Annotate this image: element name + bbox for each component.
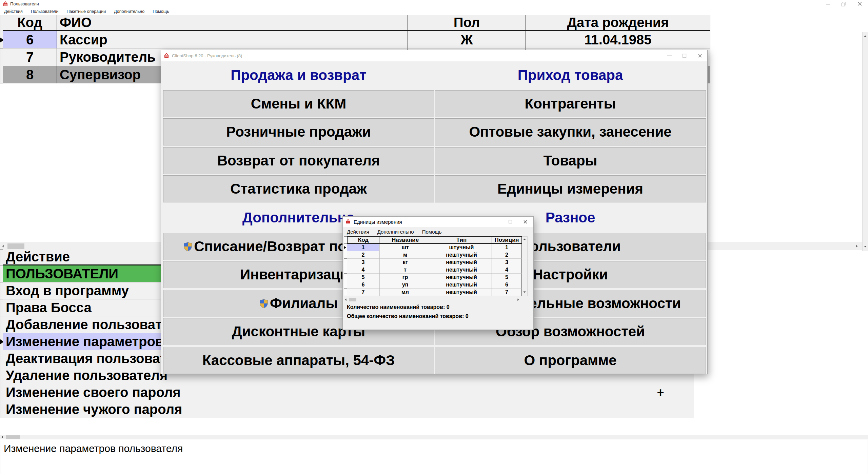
- maximize-icon[interactable]: [508, 220, 512, 224]
- scrollbar-thumb[interactable]: [6, 435, 20, 439]
- units-title: Единицы измерения: [354, 219, 402, 225]
- clientshop-titlebar[interactable]: ClientShop 6.20 - Руководитель (8): [161, 50, 707, 61]
- main-titlebar: Пользователи: [0, 0, 868, 8]
- scroll-right-icon[interactable]: [517, 298, 519, 301]
- users-vscrollbar[interactable]: [862, 32, 868, 251]
- maximize-icon[interactable]: [682, 54, 687, 58]
- units-cell[interactable]: 7: [492, 289, 522, 296]
- units-footer-count: Количество наименований товаров: 0: [347, 304, 450, 310]
- units-cell[interactable]: гр: [379, 274, 431, 281]
- units-cell[interactable]: 4: [492, 266, 522, 274]
- units-cell[interactable]: 3: [492, 259, 522, 266]
- units-cell[interactable]: 5: [347, 274, 379, 281]
- status-hscrollbar[interactable]: [0, 435, 868, 439]
- app-basket-icon: [346, 219, 351, 224]
- users-cell-code[interactable]: 7: [3, 48, 57, 66]
- restore-icon[interactable]: [841, 2, 846, 6]
- users-cell-name[interactable]: Кассир: [57, 31, 408, 48]
- units-cell[interactable]: 2: [347, 251, 379, 259]
- units-cell[interactable]: т: [379, 266, 431, 274]
- clientshop-title: ClientShop 6.20 - Руководитель (8): [172, 53, 242, 58]
- btn-sales-statistics[interactable]: Статистика продаж: [163, 175, 434, 202]
- units-selector-row: [344, 289, 347, 296]
- close-icon[interactable]: [857, 1, 863, 6]
- units-cell[interactable]: кг: [379, 259, 431, 266]
- users-cell-code[interactable]: 6: [3, 31, 57, 48]
- minimize-icon[interactable]: [492, 222, 496, 222]
- scroll-down-icon[interactable]: [864, 246, 866, 247]
- scroll-down-icon[interactable]: [523, 291, 526, 293]
- units-titlebar[interactable]: Единицы измерения: [343, 217, 533, 227]
- units-cell[interactable]: 1: [492, 244, 522, 251]
- btn-customer-returns[interactable]: Возврат от покупателя: [163, 147, 434, 174]
- section-header-income: Приход товара: [435, 61, 706, 89]
- status-panel: Изменение параметров пользователя: [0, 440, 868, 474]
- units-cell[interactable]: м: [379, 251, 431, 259]
- users-col-code: Код: [3, 15, 57, 31]
- menu-batch-operations[interactable]: Пакетные операции: [62, 9, 110, 14]
- main-menubar: Действия Пользователи Пакетные операции …: [0, 8, 868, 15]
- units-cell[interactable]: 6: [347, 281, 379, 289]
- scrollbar-thumb[interactable]: [7, 243, 24, 249]
- minimize-icon[interactable]: [826, 4, 830, 4]
- units-cell[interactable]: нештучный: [431, 259, 492, 266]
- scrollbar-thumb[interactable]: [349, 298, 356, 301]
- scroll-left-icon[interactable]: [1, 436, 3, 438]
- units-cell[interactable]: 6: [492, 281, 522, 289]
- users-cell-code[interactable]: 8: [3, 66, 57, 83]
- scroll-left-icon[interactable]: [345, 298, 346, 301]
- units-cell[interactable]: нештучный: [431, 281, 492, 289]
- menu-additional[interactable]: Дополнительно: [373, 229, 418, 235]
- btn-shifts-kkm[interactable]: Смены и ККМ: [163, 90, 434, 117]
- btn-about[interactable]: О программе: [435, 347, 706, 374]
- scroll-right-icon[interactable]: [856, 245, 857, 247]
- btn-units-of-measure[interactable]: Единицы измерения: [435, 175, 706, 202]
- menu-actions[interactable]: Действия: [0, 9, 27, 14]
- btn-wholesale-purchases[interactable]: Оптовые закупки, занесение: [435, 118, 706, 145]
- scroll-left-icon[interactable]: [2, 245, 3, 247]
- units-hscrollbar[interactable]: [344, 297, 522, 302]
- scroll-up-icon[interactable]: [864, 35, 866, 37]
- users-cell-birthdate[interactable]: 11.04.1985: [526, 31, 710, 48]
- units-cell[interactable]: нештучный: [431, 289, 492, 296]
- btn-cash-registers-54fz[interactable]: Кассовые аппараты, 54-ФЗ: [163, 347, 434, 374]
- units-cell[interactable]: мл: [379, 289, 431, 296]
- units-menubar: Действия Дополнительно Помощь: [343, 227, 534, 236]
- close-icon[interactable]: [523, 219, 528, 224]
- units-cell[interactable]: нештучный: [431, 266, 492, 274]
- units-footer-total: Общее количество наименований товаров: 0: [347, 313, 469, 319]
- users-cell-gender[interactable]: Ж: [408, 31, 526, 48]
- units-cell[interactable]: 2: [492, 251, 522, 259]
- units-cell[interactable]: нештучный: [431, 274, 492, 281]
- units-cell[interactable]: 7: [347, 289, 379, 296]
- units-vscrollbar[interactable]: [522, 236, 528, 296]
- btn-label: Филиалы: [270, 295, 338, 312]
- action-extra-cell[interactable]: [627, 401, 694, 418]
- units-cell[interactable]: уп: [379, 281, 431, 289]
- units-cell[interactable]: 1: [347, 244, 379, 251]
- action-plus-cell[interactable]: +: [627, 384, 694, 401]
- menu-actions[interactable]: Действия: [343, 229, 373, 235]
- btn-retail-sales[interactable]: Розничные продажи: [163, 118, 434, 145]
- units-cell[interactable]: нештучный: [431, 251, 492, 259]
- units-cell[interactable]: 4: [347, 266, 379, 274]
- units-selector-row: [344, 259, 347, 266]
- units-cell[interactable]: 5: [492, 274, 522, 281]
- units-cell[interactable]: шт: [379, 244, 431, 251]
- btn-counterparties[interactable]: Контрагенты: [435, 90, 706, 117]
- users-col-birthdate: Дата рождения: [526, 15, 710, 31]
- action-row-change-other-password[interactable]: Изменение чужого пароля: [3, 401, 627, 418]
- menu-users[interactable]: Пользователи: [27, 9, 63, 14]
- menu-additional[interactable]: Дополнительно: [110, 9, 149, 14]
- menu-help[interactable]: Помощь: [418, 229, 446, 235]
- scroll-up-icon[interactable]: [523, 238, 526, 240]
- action-row-change-own-password[interactable]: Изменение своего пароля: [3, 384, 627, 401]
- units-col-type: Тип: [431, 236, 492, 244]
- status-text: Изменение параметров пользователя: [4, 443, 183, 454]
- menu-help[interactable]: Помощь: [149, 9, 173, 14]
- minimize-icon[interactable]: [667, 56, 672, 56]
- btn-goods[interactable]: Товары: [435, 147, 706, 174]
- units-cell[interactable]: 3: [347, 259, 379, 266]
- units-cell[interactable]: штучный: [431, 244, 492, 251]
- close-icon[interactable]: [697, 53, 703, 58]
